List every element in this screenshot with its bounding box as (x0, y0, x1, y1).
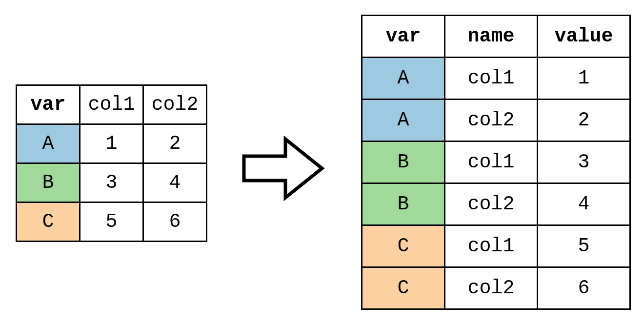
value-cell: 3 (80, 163, 143, 203)
name-cell: col2 (445, 100, 538, 142)
var-cell: C (362, 267, 445, 309)
table-row: A col1 1 (362, 58, 630, 100)
name-cell: col2 (445, 267, 538, 309)
value-cell: 6 (538, 267, 630, 309)
table-header-row: var name value (362, 16, 630, 58)
value-cell: 4 (538, 183, 630, 225)
value-cell: 6 (143, 203, 207, 242)
table-row: B col2 4 (362, 183, 630, 225)
diagram-canvas: var col1 col2 A 1 2 B 3 4 C 5 6 (0, 0, 644, 325)
arrow-icon (239, 134, 327, 203)
table-header-row: var col1 col2 (17, 85, 207, 124)
col-header-col1: col1 (80, 85, 143, 124)
var-cell: A (17, 124, 80, 163)
name-cell: col1 (445, 58, 538, 100)
var-cell: A (362, 58, 445, 100)
table-row: C col2 6 (362, 267, 630, 309)
col-header-value: value (538, 16, 630, 58)
col-header-name: name (445, 16, 538, 58)
long-table: var name value A col1 1 A col2 2 B col1 … (361, 15, 631, 310)
name-cell: col1 (445, 142, 538, 183)
var-cell: A (362, 100, 445, 142)
table-row: B 3 4 (17, 163, 207, 203)
name-cell: col1 (445, 225, 538, 267)
var-cell: B (17, 163, 80, 203)
value-cell: 1 (80, 124, 143, 163)
table-row: A col2 2 (362, 100, 630, 142)
value-cell: 5 (538, 225, 630, 267)
var-cell: C (17, 203, 80, 242)
var-cell: B (362, 183, 445, 225)
table-row: A 1 2 (17, 124, 207, 163)
value-cell: 2 (538, 100, 630, 142)
value-cell: 1 (538, 58, 630, 100)
col-header-var: var (362, 16, 445, 58)
wide-table: var col1 col2 A 1 2 B 3 4 C 5 6 (16, 84, 207, 242)
var-cell: C (362, 225, 445, 267)
name-cell: col2 (445, 183, 538, 225)
table-row: C 5 6 (17, 203, 207, 242)
table-row: C col1 5 (362, 225, 630, 267)
value-cell: 4 (143, 163, 207, 203)
value-cell: 2 (143, 124, 207, 163)
var-cell: B (362, 142, 445, 183)
col-header-var: var (17, 85, 80, 124)
value-cell: 5 (80, 203, 143, 242)
value-cell: 3 (538, 142, 630, 183)
table-row: B col1 3 (362, 142, 630, 183)
col-header-col2: col2 (143, 85, 207, 124)
